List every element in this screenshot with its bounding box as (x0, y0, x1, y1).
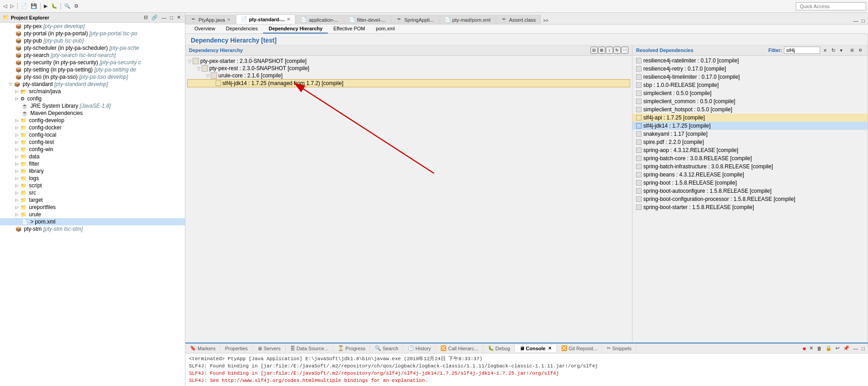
console-clear-btn[interactable]: 🗑 (816, 345, 823, 352)
tree-item-0[interactable]: 📦pty-pex [pty-pex develop] (0, 23, 185, 30)
filter-clear-btn[interactable]: ✕ (822, 48, 828, 53)
dep-refresh-btn[interactable]: ↻ (613, 47, 621, 54)
pom-tab-dependencies[interactable]: Dependencies (221, 24, 263, 33)
sidebar-close-btn[interactable]: ✕ (175, 14, 182, 21)
tree-expand-9[interactable]: ▷ (15, 89, 19, 94)
dep-resolved-item-18[interactable]: spring-boot-starter : 1.5.8.RELEASE [com… (632, 203, 868, 211)
dep-resolved-item-8[interactable]: slf4j-jdk14 : 1.7.25 [compile] (632, 122, 868, 130)
dep-resolved-item-5[interactable]: simpleclient_common : 0.5.0 [compile] (632, 97, 868, 105)
toolbar-new[interactable]: 📄 (19, 3, 28, 10)
tree-item-3[interactable]: 📦pty-scheduler (in pty-pa-scheduler) [pt… (0, 44, 185, 52)
bottom-tab-console[interactable]: 🖥 Console ✕ (515, 345, 556, 352)
dep-expand-btn[interactable]: ⊞ (598, 47, 605, 54)
tree-item-16[interactable]: ▷📁config-test (0, 138, 185, 146)
tree-item-8[interactable]: ▽📦pty-standard [pty-standard develop] (0, 81, 185, 88)
dep-resolved-item-3[interactable]: sbp : 1.0.0-RELEASE [compile] (632, 81, 868, 89)
tree-expand-10[interactable]: ▷ (15, 96, 19, 101)
tree-item-7[interactable]: 📦pty-sso (in pty-pa-sso) [pty-pa-sso dev… (0, 73, 185, 81)
dep-resolved-item-1[interactable]: resilience4j-retry : 0.17.0 [compile] (632, 65, 868, 73)
tab-ptyapp-close[interactable]: ✕ (227, 17, 231, 22)
dep-resolved-item-14[interactable]: spring-beans : 4.3.12.RELEASE [compile] (632, 171, 868, 179)
sidebar-minimize-btn[interactable]: — (160, 14, 168, 21)
toolbar-forward[interactable]: ▷ (9, 3, 15, 10)
pom-tab-dep-hierarchy[interactable]: Dependency Hierarchy (263, 24, 328, 33)
tab-ptyapp[interactable]: ☕ PtyApp.java ✕ (185, 15, 236, 24)
sidebar-link-btn[interactable]: 🔗 (150, 14, 159, 21)
bottom-minimize-btn[interactable]: — (852, 345, 859, 352)
bottom-tab-servers[interactable]: 🖥 Servers (253, 345, 286, 352)
tree-item-15[interactable]: ▷📁config-local (0, 131, 185, 138)
tree-item-6[interactable]: 📦pty-setting (in pty-pa-setting) [pty-pa… (0, 66, 185, 73)
bottom-tab-snippets[interactable]: ✂ Snippets (602, 344, 637, 352)
tab-pty-mad-pom[interactable]: 📄 pty-mad/pom.xml (439, 15, 495, 24)
tree-item-5[interactable]: 📦pty-security (in pty-pa-security) [pty-… (0, 59, 185, 66)
tree-item-26[interactable]: ▷📁urule (0, 211, 185, 218)
resolved-expand-btn[interactable]: ⊞ (849, 47, 856, 54)
editor-maximize-btn[interactable]: □ (860, 18, 866, 24)
resolved-settings-btn[interactable]: ⚙ (857, 47, 864, 54)
tree-expand-21[interactable]: ▷ (15, 176, 19, 181)
toolbar-run[interactable]: ▶ (42, 3, 49, 10)
tree-item-18[interactable]: ▷📁data (0, 153, 185, 160)
tree-item-28[interactable]: 📦pty-stm [pty-stm lsc-stm] (0, 225, 185, 233)
dep-resolved-item-0[interactable]: resilience4j-ratelimiter : 0.17.0 [compi… (632, 57, 868, 65)
pom-tab-xml[interactable]: pom.xml (371, 24, 401, 33)
quick-access-input[interactable] (796, 2, 866, 10)
dep-tree-row-1[interactable]: ▽ pty-pex-rest : 2.3.0-SNAPSHOT [compile… (187, 65, 630, 72)
pom-tab-effective[interactable]: Effective POM (328, 24, 370, 33)
bottom-tab-git[interactable]: 🔀 Git Reposit... (557, 344, 603, 352)
toolbar-save[interactable]: 💾 (29, 3, 38, 10)
dep-resolved-item-12[interactable]: spring-batch-core : 3.0.8.RELEASE [compi… (632, 154, 868, 162)
filter-input[interactable] (784, 47, 820, 54)
dep-tree-row-3[interactable]: slf4j-jdk14 : 1.7.25 (managed from 1.7.2… (187, 79, 630, 87)
dep-resolved-item-9[interactable]: snakeyaml : 1.17 [compile] (632, 130, 868, 138)
dep-resolved-item-15[interactable]: spring-boot : 1.5.8.RELEASE [compile] (632, 179, 868, 187)
tab-pom-standard-close[interactable]: ✕ (287, 17, 290, 22)
tree-item-27[interactable]: 📄> pom.xml (0, 218, 185, 225)
console-tab-close[interactable]: ✕ (548, 346, 552, 351)
sidebar-collapse-btn[interactable]: ⊟ (142, 14, 149, 21)
bottom-tab-markers[interactable]: 🔖 Markers (185, 344, 221, 352)
pom-tab-overview[interactable]: Overview (189, 24, 221, 33)
console-terminate-btn[interactable]: ■ (802, 345, 807, 352)
tree-item-11[interactable]: ☕JRE System Library [JavaSE-1.8] (0, 102, 185, 110)
tree-expand-20[interactable]: ▷ (15, 169, 19, 173)
tree-item-2[interactable]: 📦pty-pub [pty-pub lsc-pub] (0, 37, 185, 44)
editor-minimize-btn[interactable]: — (852, 18, 859, 24)
tab-pom-standard[interactable]: 📄 pty-standard-... ✕ (236, 14, 295, 24)
tab-application[interactable]: 📄 application-... (296, 15, 343, 24)
resolved-refresh-btn[interactable]: ↻ (830, 47, 837, 54)
dep-resolved-item-16[interactable]: spring-boot-autoconfigure : 1.5.8.RELEAS… (632, 187, 868, 195)
bottom-tab-datasource[interactable]: 🗄 Data Source... (286, 345, 333, 352)
dep-resolved-item-17[interactable]: spring-boot-configuration-processor : 1.… (632, 195, 868, 203)
tree-item-13[interactable]: ▷📁config-develop (0, 117, 185, 124)
dep-menu-btn[interactable]: ⋯ (621, 47, 628, 54)
tree-expand-24[interactable]: ▷ (15, 198, 19, 202)
tree-item-25[interactable]: ▷📁ureportfiles (0, 204, 185, 211)
tree-item-12[interactable]: ☕Maven Dependencies (0, 110, 185, 117)
tree-expand-17[interactable]: ▷ (15, 147, 19, 152)
tree-expand-16[interactable]: ▷ (15, 140, 19, 144)
tree-item-14[interactable]: ▷📁config-docker (0, 124, 185, 131)
dep-resolved-item-6[interactable]: simpleclient_hotspot : 0.5.0 [compile] (632, 105, 868, 114)
tree-item-17[interactable]: ▷📁config-win (0, 146, 185, 153)
console-scroll-lock-btn[interactable]: 🔒 (824, 345, 833, 352)
tree-item-20[interactable]: ▷📁library (0, 167, 185, 175)
tree-expand-13[interactable]: ▷ (15, 118, 19, 123)
toolbar-settings[interactable]: ⚙ (73, 3, 80, 10)
tree-expand-23[interactable]: ▷ (15, 191, 19, 195)
tree-expand-22[interactable]: ▷ (15, 183, 19, 188)
tree-item-21[interactable]: ▷📁logs (0, 175, 185, 182)
tab-assert-class[interactable]: ☕ Assert.class (496, 15, 541, 24)
tree-expand-26[interactable]: ▷ (15, 212, 19, 217)
console-remove-btn[interactable]: ✕ (808, 345, 815, 352)
bottom-tab-search[interactable]: 🔍 Search (370, 344, 403, 352)
dep-resolved-item-4[interactable]: simpleclient : 0.5.0 [compile] (632, 89, 868, 97)
tree-item-19[interactable]: ▷📁filter (0, 160, 185, 167)
tree-expand-19[interactable]: ▷ (15, 162, 19, 166)
tree-expand-8[interactable]: ▽ (9, 82, 12, 86)
tree-item-22[interactable]: ▷📁script (0, 182, 185, 189)
dep-tree-row-2[interactable]: ▽ urule-core : 2.1.6 [compile] (187, 72, 630, 79)
dep-sort-btn[interactable]: ↕ (606, 47, 613, 54)
console-word-wrap-btn[interactable]: ↩ (834, 345, 841, 352)
